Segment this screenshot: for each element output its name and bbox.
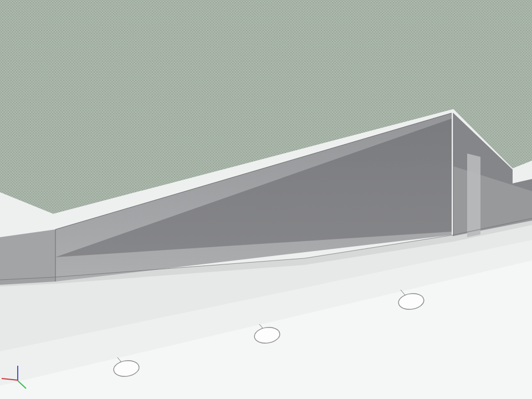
model-scene[interactable]: [0, 0, 532, 399]
cad-3d-viewport[interactable]: [0, 0, 532, 399]
wall-side-sliver[interactable]: [0, 229, 55, 285]
door-opening[interactable]: [467, 154, 480, 237]
